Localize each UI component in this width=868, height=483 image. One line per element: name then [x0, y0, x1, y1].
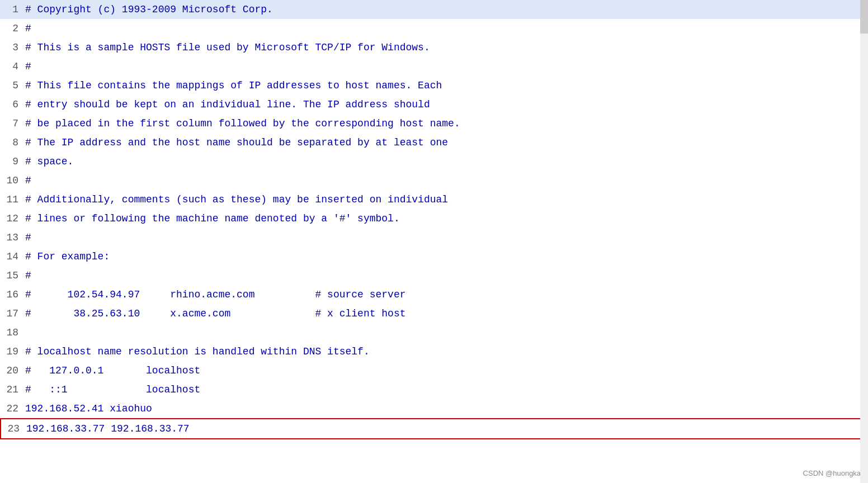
line-number: 1	[0, 0, 25, 19]
line-number: 20	[0, 361, 25, 380]
line-number: 3	[0, 38, 25, 57]
line-content: # 127.0.0.1 localhost	[25, 361, 868, 380]
line-content: # 38.25.63.10 x.acme.com # x client host	[25, 304, 868, 323]
line-content: # Copyright (c) 1993-2009 Microsoft Corp…	[25, 0, 868, 19]
line-number: 23	[1, 419, 26, 438]
code-line: 14# For example:	[0, 247, 868, 266]
line-content: # The IP address and the host name shoul…	[25, 133, 868, 152]
code-container: 1# Copyright (c) 1993-2009 Microsoft Cor…	[0, 0, 868, 483]
line-number: 13	[0, 228, 25, 247]
line-number: 4	[0, 57, 25, 76]
line-content: #	[25, 171, 868, 190]
line-number: 6	[0, 95, 25, 114]
code-line: 15#	[0, 266, 868, 285]
line-number: 8	[0, 133, 25, 152]
line-number: 22	[0, 399, 25, 418]
code-line: 4#	[0, 57, 868, 76]
code-line: 11# Additionally, comments (such as thes…	[0, 190, 868, 209]
line-content: 192.168.52.41 xiaohuo	[25, 399, 868, 418]
line-content: #	[25, 228, 868, 247]
line-number: 17	[0, 304, 25, 323]
code-line: 18	[0, 323, 868, 342]
code-line: 10#	[0, 171, 868, 190]
code-line: 22192.168.52.41 xiaohuo	[0, 399, 868, 418]
line-number: 19	[0, 342, 25, 361]
line-content: # localhost name resolution is handled w…	[25, 342, 868, 361]
code-line: 2#	[0, 19, 868, 38]
line-content: #	[25, 57, 868, 76]
line-number: 5	[0, 76, 25, 95]
line-content: # space.	[25, 152, 868, 171]
code-line: 3# This is a sample HOSTS file used by M…	[0, 38, 868, 57]
code-line: 20# 127.0.0.1 localhost	[0, 361, 868, 380]
line-number: 14	[0, 247, 25, 266]
line-content: # Additionally, comments (such as these)…	[25, 190, 868, 209]
line-content: # entry should be kept on an individual …	[25, 95, 868, 114]
line-content: # lines or following the machine name de…	[25, 209, 868, 228]
code-line: 13#	[0, 228, 868, 247]
line-content: # This file contains the mappings of IP …	[25, 76, 868, 95]
code-line: 6# entry should be kept on an individual…	[0, 95, 868, 114]
line-content: #	[25, 266, 868, 285]
code-line: 16# 102.54.94.97 rhino.acme.com # source…	[0, 285, 868, 304]
line-number: 15	[0, 266, 25, 285]
line-content: # ::1 localhost	[25, 380, 868, 399]
code-line: 12# lines or following the machine name …	[0, 209, 868, 228]
line-number: 16	[0, 285, 25, 304]
code-line: 17# 38.25.63.10 x.acme.com # x client ho…	[0, 304, 868, 323]
line-content: # For example:	[25, 247, 868, 266]
code-line: 5# This file contains the mappings of IP…	[0, 76, 868, 95]
code-line: 1# Copyright (c) 1993-2009 Microsoft Cor…	[0, 0, 868, 19]
line-content: #	[25, 19, 868, 38]
line-content: # This is a sample HOSTS file used by Mi…	[25, 38, 868, 57]
code-line: 23192.168.33.77 192.168.33.77	[0, 418, 868, 439]
line-number: 12	[0, 209, 25, 228]
code-line: 9# space.	[0, 152, 868, 171]
line-content: 192.168.33.77 192.168.33.77	[26, 419, 867, 438]
line-number: 10	[0, 171, 25, 190]
line-number: 9	[0, 152, 25, 171]
line-number: 18	[0, 323, 25, 342]
line-content: # 102.54.94.97 rhino.acme.com # source s…	[25, 285, 868, 304]
code-line: 7# be placed in the first column followe…	[0, 114, 868, 133]
code-line: 21# ::1 localhost	[0, 380, 868, 399]
line-number: 21	[0, 380, 25, 399]
scrollbar-thumb[interactable]	[860, 0, 868, 34]
line-number: 2	[0, 19, 25, 38]
line-content: # be placed in the first column followed…	[25, 114, 868, 133]
watermark: CSDN @huongkai	[803, 469, 862, 477]
line-number: 7	[0, 114, 25, 133]
scrollbar[interactable]	[860, 0, 868, 483]
line-number: 11	[0, 190, 25, 209]
code-line: 8# The IP address and the host name shou…	[0, 133, 868, 152]
code-line: 19# localhost name resolution is handled…	[0, 342, 868, 361]
